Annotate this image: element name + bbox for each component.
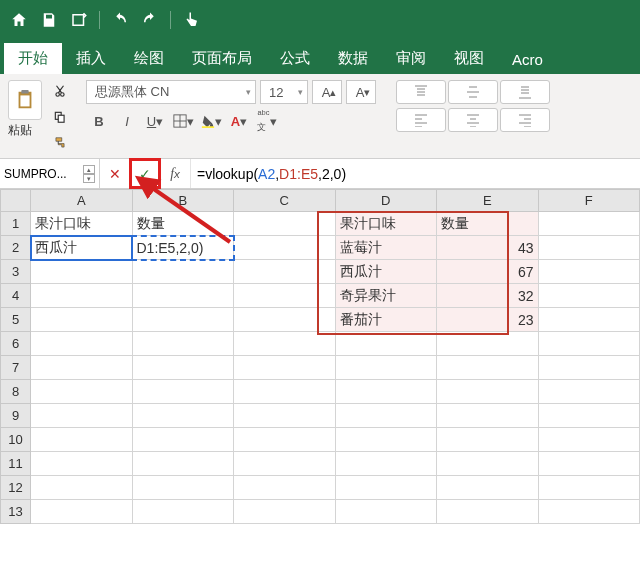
cell[interactable] (538, 284, 640, 308)
cut-icon[interactable] (48, 80, 72, 102)
cell[interactable] (31, 476, 133, 500)
cell[interactable] (538, 308, 640, 332)
cell[interactable] (335, 380, 437, 404)
cell[interactable]: 67 (437, 260, 539, 284)
cell[interactable] (31, 356, 133, 380)
underline-button[interactable]: U▾ (142, 108, 168, 134)
format-painter-icon[interactable] (48, 132, 72, 154)
cell[interactable] (234, 356, 336, 380)
cell[interactable]: 23 (437, 308, 539, 332)
cell[interactable] (132, 284, 234, 308)
cell[interactable] (132, 476, 234, 500)
cell[interactable] (335, 356, 437, 380)
row-header[interactable]: 12 (1, 476, 31, 500)
cell[interactable] (31, 428, 133, 452)
select-all-corner[interactable] (1, 190, 31, 212)
col-header[interactable]: B (132, 190, 234, 212)
tab-home[interactable]: 开始 (4, 43, 62, 74)
tab-draw[interactable]: 绘图 (120, 43, 178, 74)
col-header[interactable]: D (335, 190, 437, 212)
phonetic-button[interactable]: abc文▾ (254, 108, 280, 134)
cell[interactable] (437, 452, 539, 476)
cell[interactable] (437, 500, 539, 524)
cancel-button[interactable]: ✕ (100, 159, 130, 188)
font-name-combo[interactable]: 思源黑体 CN▾ (86, 80, 256, 104)
cell[interactable] (538, 260, 640, 284)
cell-editing[interactable]: D1:E5,2,0) (132, 236, 234, 260)
cell[interactable] (132, 260, 234, 284)
increase-font-button[interactable]: A▴ (312, 80, 342, 104)
spreadsheet-grid[interactable]: A B C D E F 1 果汁口味 数量 果汁口味 数量 2 西瓜汁 D1:E… (0, 189, 640, 524)
cell[interactable] (234, 260, 336, 284)
cell[interactable] (132, 356, 234, 380)
redo-icon[interactable] (137, 7, 163, 33)
col-header[interactable]: F (538, 190, 640, 212)
cell[interactable] (132, 404, 234, 428)
cell[interactable] (437, 380, 539, 404)
cell[interactable]: 西瓜汁 (31, 236, 133, 260)
row-header[interactable]: 9 (1, 404, 31, 428)
tab-layout[interactable]: 页面布局 (178, 43, 266, 74)
cell[interactable]: 奇异果汁 (335, 284, 437, 308)
cell[interactable]: 43 (437, 236, 539, 260)
copy-icon[interactable] (48, 106, 72, 128)
cell[interactable]: 32 (437, 284, 539, 308)
align-right-button[interactable] (500, 108, 550, 132)
name-box-stepper[interactable]: ▴▾ (83, 165, 95, 183)
tab-acrobat[interactable]: Acro (498, 45, 557, 74)
cell[interactable] (538, 356, 640, 380)
cell[interactable] (437, 404, 539, 428)
cell[interactable] (234, 236, 336, 260)
cell[interactable] (132, 428, 234, 452)
fx-button[interactable]: fx (160, 159, 190, 188)
cell[interactable] (335, 404, 437, 428)
cell[interactable] (31, 308, 133, 332)
italic-button[interactable]: I (114, 108, 140, 134)
col-header[interactable]: E (437, 190, 539, 212)
cell[interactable] (132, 308, 234, 332)
cell[interactable] (234, 476, 336, 500)
cell[interactable] (538, 500, 640, 524)
name-box-input[interactable] (4, 167, 72, 181)
fill-color-button[interactable]: ▾ (198, 108, 224, 134)
tab-formulas[interactable]: 公式 (266, 43, 324, 74)
cell[interactable] (31, 500, 133, 524)
border-button[interactable]: ▾ (170, 108, 196, 134)
cell[interactable] (538, 428, 640, 452)
cell[interactable] (234, 212, 336, 236)
font-size-combo[interactable]: 12▾ (260, 80, 308, 104)
align-middle-button[interactable] (448, 80, 498, 104)
cell[interactable] (234, 380, 336, 404)
cell[interactable]: 果汁口味 (31, 212, 133, 236)
cell[interactable] (437, 476, 539, 500)
align-top-button[interactable] (396, 80, 446, 104)
cell[interactable] (132, 332, 234, 356)
cell[interactable] (538, 476, 640, 500)
cell[interactable] (234, 500, 336, 524)
cell[interactable] (31, 332, 133, 356)
cell[interactable] (132, 452, 234, 476)
cell[interactable] (538, 212, 640, 236)
col-header[interactable]: C (234, 190, 336, 212)
cell[interactable] (538, 236, 640, 260)
cell[interactable] (132, 380, 234, 404)
touch-mode-icon[interactable] (178, 7, 204, 33)
row-header[interactable]: 5 (1, 308, 31, 332)
row-header[interactable]: 6 (1, 332, 31, 356)
cell[interactable] (31, 260, 133, 284)
cell[interactable]: 番茄汁 (335, 308, 437, 332)
cell[interactable] (31, 380, 133, 404)
cell[interactable] (437, 356, 539, 380)
cell[interactable]: 数量 (437, 212, 539, 236)
cell[interactable] (538, 332, 640, 356)
save-icon[interactable] (36, 7, 62, 33)
font-color-button[interactable]: A▾ (226, 108, 252, 134)
cell[interactable] (31, 404, 133, 428)
cell[interactable] (31, 452, 133, 476)
align-bottom-button[interactable] (500, 80, 550, 104)
paste-button[interactable] (8, 80, 42, 120)
row-header[interactable]: 10 (1, 428, 31, 452)
row-header[interactable]: 2 (1, 236, 31, 260)
tab-insert[interactable]: 插入 (62, 43, 120, 74)
tab-data[interactable]: 数据 (324, 43, 382, 74)
